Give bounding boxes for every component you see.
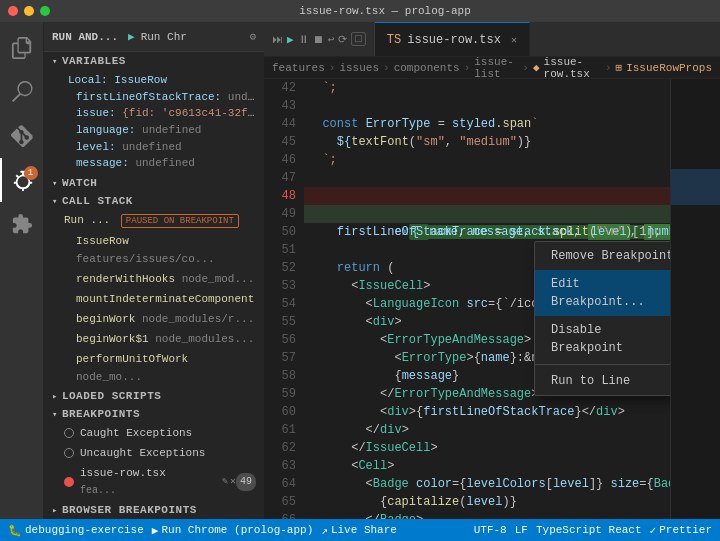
close-dot[interactable] (8, 6, 18, 16)
run-panel-header: RUN AND... ▶ Run Chr ⚙ (44, 22, 264, 52)
code-lines[interactable]: `; const ErrorType = styled.span` ${text… (304, 79, 670, 519)
line-47 (304, 169, 670, 187)
status-debug-label: debugging-exercise (25, 524, 144, 536)
breakpoints-section[interactable]: BREAKPOINTS (44, 405, 264, 423)
callstack-section[interactable]: CALL STACK (44, 192, 264, 210)
bp-uncaught-label: Uncaught Exceptions (80, 444, 205, 462)
liveshare-icon: ↗ (321, 524, 328, 537)
line-63: <Cell> (304, 457, 670, 475)
minimap (670, 79, 720, 519)
line-64: <Badge color={levelColors[level]} size={… (304, 475, 670, 493)
line-48: ➤ export function IssueRow({ issue }: Is… (304, 187, 670, 205)
toolbar-icon-6[interactable]: ⟳ (338, 33, 347, 46)
status-eol[interactable]: LF (515, 524, 528, 536)
line-44: const ErrorType = styled.span` (304, 115, 670, 133)
line-46: `; (304, 151, 670, 169)
bp-count: 49 (236, 473, 256, 491)
callstack-mount[interactable]: mountIndeterminateComponent (44, 289, 264, 309)
activity-search[interactable] (0, 70, 44, 114)
status-left: 🐛 debugging-exercise ▶ Run Chrome (prolo… (8, 524, 397, 537)
activity-debug[interactable]: 1 (0, 158, 44, 202)
toolbar-icon-3[interactable]: ⏸ (298, 33, 309, 46)
status-encoding[interactable]: UTF-8 (474, 524, 507, 536)
line-66: </Badge> (304, 511, 670, 519)
breakpoints-label: BREAKPOINTS (62, 408, 140, 420)
language-label: TypeScript React (536, 524, 642, 536)
bc-interface-icon: ⊞ (616, 61, 623, 74)
callstack-chevron (52, 196, 58, 207)
tab-label: issue-row.tsx (407, 33, 501, 47)
line-60: <div>{firstLineOfStackTrace}</div> (304, 403, 670, 421)
sidebar: RUN AND... ▶ Run Chr ⚙ VARIABLES Local: … (44, 22, 264, 519)
variables-section[interactable]: VARIABLES (44, 52, 264, 70)
var-firstline[interactable]: firstLineOfStackTrace: undef... (44, 87, 264, 104)
toolbar-icon-2[interactable]: ▶ (287, 33, 294, 46)
status-language[interactable]: TypeScript React (536, 524, 642, 536)
status-bar: 🐛 debugging-exercise ▶ Run Chrome (prolo… (0, 519, 720, 541)
context-menu: Remove Breakpoint Edit Breakpoint... Dis… (534, 241, 670, 396)
ctx-run-to-line[interactable]: Run to Line (535, 367, 670, 395)
bc-issuerow-tsx[interactable]: issue-row.tsx (544, 57, 601, 79)
bc-issuerowprops[interactable]: IssueRowProps (626, 62, 712, 74)
toolbar-icon-4[interactable]: ⏹ (313, 33, 324, 46)
status-liveshare-label: Live Share (331, 524, 397, 536)
var-message[interactable]: message: undefined (44, 153, 264, 170)
bc-issues[interactable]: issues (339, 62, 379, 74)
callstack-run[interactable]: Run ... PAUSED ON BREAKPOINT (44, 210, 264, 231)
var-language[interactable]: language: undefined (44, 120, 264, 137)
bc-features[interactable]: features (272, 62, 325, 74)
callstack-beginwork[interactable]: beginWork node_modules/r... (44, 309, 264, 329)
line-42: `; (304, 79, 670, 97)
bp-caught[interactable]: Caught Exceptions (44, 423, 264, 443)
breakpoints-chevron (52, 409, 58, 420)
breadcrumb: features › issues › components › issue-l… (264, 57, 720, 79)
local-issuerow[interactable]: Local: IssueRow (44, 70, 264, 87)
ctx-remove-breakpoint[interactable]: Remove Breakpoint (535, 242, 670, 270)
watch-section[interactable]: WATCH (44, 174, 264, 192)
local-label: Local: IssueRow (68, 74, 167, 86)
activity-git[interactable] (0, 114, 44, 158)
status-formatter[interactable]: ✓ Prettier (650, 524, 712, 537)
status-right: UTF-8 LF TypeScript React ✓ Prettier (474, 524, 712, 537)
activity-explorer[interactable] (0, 26, 44, 70)
tab-issuerow[interactable]: TS issue-row.tsx ✕ (375, 22, 530, 56)
activity-bar: 1 (0, 22, 44, 519)
bp-file[interactable]: issue-row.tsx fea... ✎ ✕ 49 (44, 463, 264, 501)
watch-chevron (52, 178, 58, 189)
edit-icon[interactable]: ✎ (222, 473, 228, 491)
status-debug[interactable]: 🐛 debugging-exercise (8, 524, 144, 537)
title-bar: issue-row.tsx — prolog-app (0, 0, 720, 22)
browser-bp-label: BROWSER BREAKPOINTS (62, 504, 197, 516)
status-liveshare[interactable]: ↗ Live Share (321, 524, 397, 537)
callstack-perfunit[interactable]: performUnitOfWork node_mo... (44, 349, 264, 387)
callstack-renderwith[interactable]: renderWithHooks node_mod... (44, 269, 264, 289)
settings-icon[interactable]: ⚙ (249, 30, 256, 43)
debug-badge: 1 (24, 166, 38, 180)
status-run[interactable]: ▶ Run Chrome (prolog-app) (152, 524, 313, 537)
ctx-edit-breakpoint[interactable]: Edit Breakpoint... (535, 270, 670, 316)
var-issue[interactable]: issue: {fid: 'c9613c41-32f0-435... (44, 103, 264, 120)
bc-issue-list[interactable]: issue-list (474, 57, 518, 79)
bp-uncaught[interactable]: Uncaught Exceptions (44, 443, 264, 463)
bp-edit-icons: ✎ ✕ (222, 473, 236, 491)
window-controls (8, 6, 50, 16)
activity-extensions[interactable] (0, 202, 44, 246)
var-level[interactable]: level: undefined (44, 137, 264, 154)
callstack-issuerow[interactable]: IssueRow features/issues/co... (44, 231, 264, 269)
toolbar-icon-7[interactable]: □ (351, 32, 366, 46)
tab-close[interactable]: ✕ (511, 34, 517, 46)
main-container: 1 RUN AND... ▶ Run Chr ⚙ VARIABLES Local… (0, 22, 720, 519)
watch-label: WATCH (62, 177, 98, 189)
browser-bp-section[interactable]: BROWSER BREAKPOINTS (44, 501, 264, 519)
minimize-dot[interactable] (24, 6, 34, 16)
line-65: {capitalize(level)} (304, 493, 670, 511)
maximize-dot[interactable] (40, 6, 50, 16)
loaded-scripts-section[interactable]: LOADED SCRIPTS (44, 387, 264, 405)
bp-dot-uncaught (64, 448, 74, 458)
ctx-disable-breakpoint[interactable]: Disable Breakpoint (535, 316, 670, 362)
bc-components[interactable]: components (394, 62, 460, 74)
callstack-beginwork1[interactable]: beginWork$1 node_modules... (44, 329, 264, 349)
play-icon[interactable]: ▶ (128, 30, 135, 43)
toolbar-icon-1[interactable]: ⏭ (272, 33, 283, 46)
toolbar-icon-5[interactable]: ↩ (328, 33, 335, 46)
